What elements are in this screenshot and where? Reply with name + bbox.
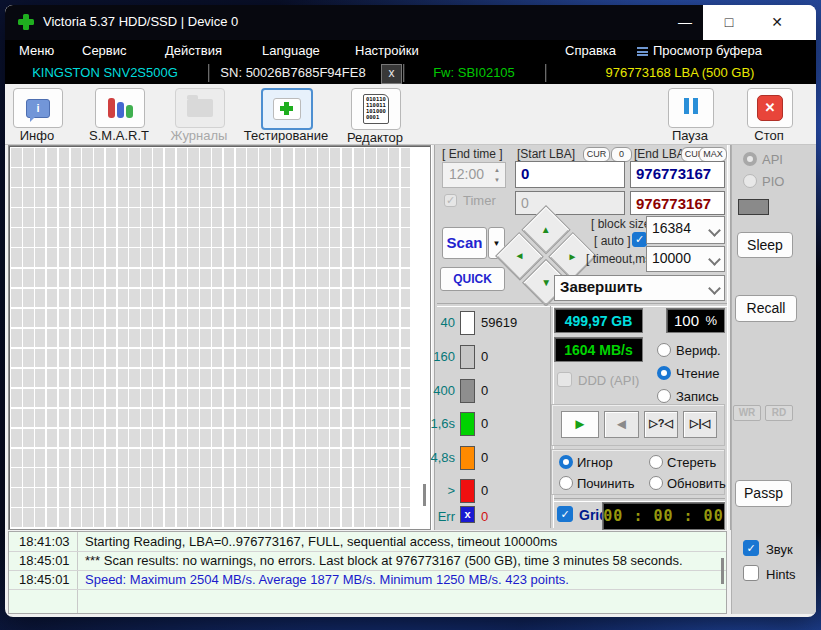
- stop-label: Стоп: [745, 128, 793, 143]
- stop-button[interactable]: ✕: [747, 88, 793, 128]
- timeout-combo[interactable]: 10000: [646, 246, 725, 272]
- down-arrow-icon: ▼: [541, 277, 551, 288]
- left-arrow-icon: ◄: [515, 251, 525, 262]
- ignore-label: Игнор: [577, 455, 613, 470]
- repair-radio[interactable]: [559, 476, 573, 490]
- auto-checkbox[interactable]: [632, 232, 647, 247]
- percent-sign: %: [705, 313, 717, 328]
- editor-label: Редактор: [343, 130, 407, 145]
- play-button[interactable]: ►: [561, 411, 599, 438]
- verify-label: Вериф.: [676, 343, 721, 358]
- app-logo-cross-icon: [18, 14, 34, 34]
- step-back-button[interactable]: ◄: [604, 411, 639, 438]
- menu-language[interactable]: Language: [262, 43, 320, 58]
- hints-label: Hints: [766, 567, 796, 582]
- log-time: 18:41:03: [19, 534, 70, 549]
- block-size-combo[interactable]: 16384: [646, 216, 725, 244]
- passp-button[interactable]: Passp: [735, 480, 792, 507]
- hist-count-1-6s: 0: [481, 416, 488, 431]
- smart-button[interactable]: [95, 88, 145, 128]
- speed-display: 1604 MB/s: [554, 337, 643, 362]
- write-radio[interactable]: [657, 389, 671, 403]
- next-error-button[interactable]: ▷?◁: [644, 411, 678, 438]
- hist-count-400: 0: [481, 383, 488, 398]
- close-button[interactable]: ✕: [755, 5, 799, 40]
- test-button[interactable]: [261, 88, 313, 130]
- test-label: Тестирование: [241, 128, 331, 143]
- hist-label-40: 40: [417, 315, 455, 330]
- on-end-action-combo[interactable]: Завершить: [554, 275, 725, 301]
- start-lba-input[interactable]: 0: [515, 161, 625, 188]
- ddd-api-label: DDD (API): [578, 373, 639, 388]
- erase-radio[interactable]: [649, 455, 663, 469]
- toolbar: i Инфо S.M.A.R.T Журналы Тестирование 01…: [5, 84, 816, 145]
- binary-page-icon: 010110 110011 101000 0001: [363, 94, 389, 124]
- maximize-button[interactable]: □: [707, 5, 751, 40]
- sleep-button[interactable]: Sleep: [737, 232, 793, 258]
- start-lba-zero-button[interactable]: 0: [611, 147, 632, 162]
- spinner-arrows-icon[interactable]: ▲▼: [491, 165, 503, 185]
- grid-checkbox[interactable]: [557, 506, 573, 522]
- test-cross-icon: [273, 98, 301, 120]
- refresh-label: Обновить: [667, 476, 726, 491]
- hist-block-1-6s: [460, 412, 475, 436]
- start-lba-cur-button[interactable]: CUR: [583, 147, 610, 162]
- read-radio[interactable]: [657, 366, 671, 380]
- info-button[interactable]: i: [13, 88, 63, 128]
- info-bubble-icon: i: [26, 99, 50, 118]
- repair-label: Починить: [577, 476, 635, 491]
- logs-button: [175, 88, 225, 128]
- menu-menu[interactable]: Меню: [19, 43, 54, 58]
- menu-help[interactable]: Справка: [565, 43, 616, 58]
- hist-label-over: >: [417, 483, 455, 498]
- log-time: 18:45:01: [19, 553, 70, 568]
- hints-checkbox[interactable]: [743, 565, 759, 581]
- end-lba-max-button[interactable]: MAX: [699, 147, 727, 162]
- scan-button[interactable]: Scan: [442, 227, 487, 259]
- next-block-button[interactable]: ▷|◁: [683, 411, 717, 438]
- verify-radio[interactable]: [657, 343, 671, 357]
- editor-button[interactable]: 010110 110011 101000 0001: [351, 88, 401, 130]
- test-tubes-icon: [107, 98, 134, 118]
- menu-actions[interactable]: Действия: [165, 43, 222, 58]
- end-time-spinner: 12:00 ▲▼: [442, 162, 506, 188]
- erase-label: Стереть: [667, 455, 716, 470]
- divider: [208, 64, 209, 82]
- divider: [545, 64, 546, 82]
- block-map[interactable]: [8, 145, 431, 530]
- chevron-down-icon: [708, 224, 721, 237]
- end-lba-input[interactable]: 976773167: [630, 161, 725, 188]
- pio-label: PIO: [762, 174, 784, 189]
- drive-capacity: 976773168 LBA (500 GB): [547, 65, 813, 80]
- block-map-grid: [10, 147, 410, 528]
- minimize-button[interactable]: —: [663, 5, 707, 40]
- menu-bar: Меню Сервис Действия Language Настройки …: [5, 40, 816, 62]
- menu-settings[interactable]: Настройки: [355, 43, 419, 58]
- hist-label-err: Err: [417, 509, 455, 524]
- menu-service[interactable]: Сервис: [82, 43, 127, 58]
- hist-block-err: x: [460, 506, 475, 523]
- log-text: *** Scan results: no warnings, no errors…: [85, 553, 683, 568]
- ignore-radio[interactable]: [559, 455, 573, 469]
- pause-button[interactable]: [668, 88, 714, 128]
- timer-checkbox: [444, 194, 457, 207]
- hist-count-over: 0: [481, 483, 488, 498]
- sound-checkbox[interactable]: [743, 540, 759, 556]
- smart-label: S.M.A.R.T: [87, 128, 151, 143]
- log-row: 18:45:01 Speed: Maximum 2504 MB/s. Avera…: [9, 570, 726, 590]
- volume-display: 499,97 GB: [554, 308, 643, 333]
- quick-button[interactable]: QUICK: [440, 267, 505, 291]
- drive-close-button[interactable]: x: [381, 64, 402, 84]
- hist-block-over: [460, 479, 475, 503]
- log-scrollbar[interactable]: [721, 558, 724, 584]
- log-row: 18:41:03 Starting Reading, LBA=0..976773…: [9, 532, 726, 552]
- progress-display: 100 %: [666, 308, 725, 333]
- hist-block-160: [460, 345, 475, 369]
- auto-label: [ auto ]: [594, 234, 631, 248]
- end-lba-alt-input[interactable]: 976773167: [630, 191, 725, 215]
- hist-count-err: 0: [481, 509, 488, 524]
- refresh-radio[interactable]: [649, 476, 663, 490]
- recall-button[interactable]: Recall: [735, 295, 797, 322]
- buffer-list-icon: [637, 47, 648, 56]
- menu-buffer-view[interactable]: Просмотр буфера: [653, 43, 762, 58]
